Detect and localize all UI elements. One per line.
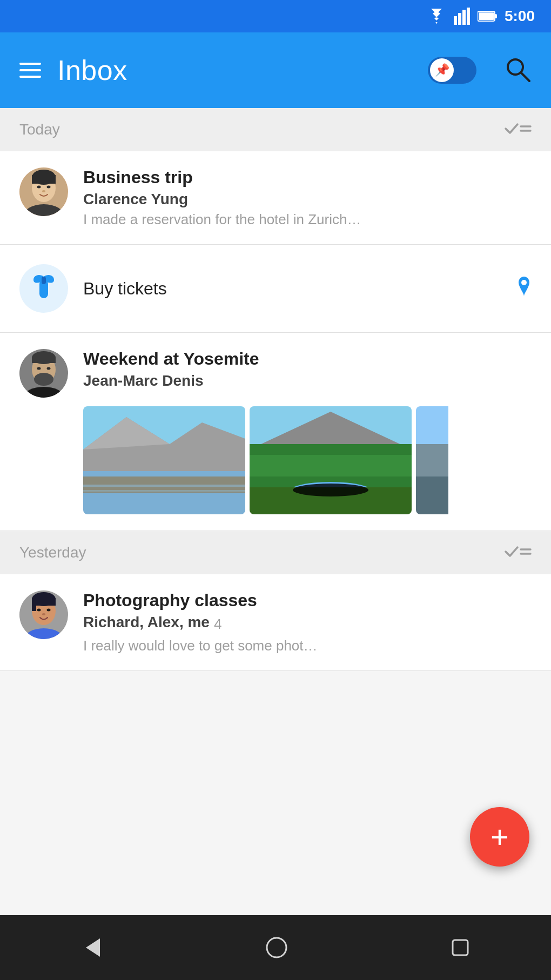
- home-button[interactable]: [265, 936, 288, 959]
- svg-rect-3: [467, 8, 470, 25]
- svg-point-28: [47, 367, 51, 370]
- pin-icon: 📌: [435, 63, 449, 77]
- svg-rect-0: [454, 16, 457, 25]
- email-content-yosemite: Weekend at Yosemite Jean-Marc Denis: [83, 349, 532, 393]
- avatar-jean-marc: [19, 349, 68, 398]
- today-section-header: Today: [0, 108, 551, 151]
- pin-toggle[interactable]: 📌: [428, 57, 476, 84]
- photo-partial: [416, 406, 448, 514]
- email-content-business-trip: Business trip Clarence Yung I made a res…: [83, 167, 532, 228]
- reminder-text: Buy tickets: [83, 279, 508, 299]
- email-preview-photography: I really would love to get some phot…: [83, 637, 532, 654]
- svg-point-26: [34, 373, 53, 386]
- email-content-photography: Photography classes Richard, Alex, me 4 …: [83, 590, 532, 654]
- status-bar: 5:00: [0, 0, 551, 32]
- svg-rect-35: [83, 485, 245, 487]
- email-item-photography[interactable]: Photography classes Richard, Alex, me 4 …: [0, 574, 551, 671]
- mark-yesterday-done[interactable]: [503, 542, 532, 563]
- email-sender-photography: Richard, Alex, me: [83, 614, 210, 631]
- today-label: Today: [19, 121, 60, 138]
- reminder-icon: [19, 264, 68, 313]
- photo-strip: [83, 406, 448, 514]
- email-subject: Business trip: [83, 167, 532, 187]
- svg-point-59: [267, 938, 286, 957]
- svg-rect-14: [32, 175, 56, 184]
- email-item-business-trip[interactable]: Business trip Clarence Yung I made a res…: [0, 151, 551, 245]
- compose-fab[interactable]: +: [470, 807, 529, 867]
- svg-rect-60: [453, 940, 468, 955]
- svg-point-16: [47, 186, 51, 189]
- svg-rect-2: [462, 10, 466, 25]
- svg-rect-36: [83, 490, 245, 492]
- toggle-track: 📌: [428, 57, 476, 84]
- sender-row-photography: Richard, Alex, me 4: [83, 614, 532, 634]
- svg-rect-20: [42, 277, 46, 284]
- app-bar: Inbox 📌: [0, 32, 551, 108]
- svg-rect-1: [458, 13, 461, 25]
- email-preview: I made a reservation for the hotel in Zu…: [83, 211, 532, 228]
- wifi-icon: [427, 9, 446, 24]
- yesterday-label: Yesterday: [19, 544, 86, 561]
- nav-bar: [0, 915, 551, 980]
- svg-point-21: [521, 280, 527, 285]
- email-sender: Clarence Yung: [83, 191, 532, 208]
- svg-rect-25: [32, 357, 56, 363]
- svg-rect-5: [479, 12, 494, 20]
- toggle-thumb: 📌: [430, 58, 454, 82]
- email-sender-yosemite: Jean-Marc Denis: [83, 372, 532, 390]
- avatar-richard: [19, 590, 68, 639]
- app-title: Inbox: [57, 54, 412, 86]
- pin-indicator-buy-tickets: [516, 277, 532, 300]
- reminder-item-buy-tickets[interactable]: Buy tickets: [0, 245, 551, 333]
- search-button[interactable]: [503, 55, 532, 85]
- svg-marker-58: [86, 938, 100, 957]
- svg-point-54: [37, 609, 41, 612]
- email-subject-photography: Photography classes: [83, 590, 532, 610]
- svg-point-43: [293, 484, 368, 496]
- status-time: 5:00: [505, 8, 535, 25]
- battery-icon: [478, 10, 497, 23]
- svg-point-55: [47, 609, 51, 612]
- compose-icon: +: [490, 821, 509, 853]
- svg-point-56: [42, 613, 45, 615]
- signal-icon: [454, 8, 470, 25]
- photo-forest: [250, 406, 412, 514]
- svg-point-15: [37, 186, 41, 189]
- svg-point-17: [42, 190, 45, 192]
- sender-count-photography: 4: [214, 616, 221, 633]
- avatar-clarence: [19, 167, 68, 216]
- svg-line-8: [521, 72, 529, 81]
- yesterday-section-header: Yesterday: [0, 531, 551, 574]
- email-subject-yosemite: Weekend at Yosemite: [83, 349, 532, 369]
- svg-rect-40: [250, 455, 412, 476]
- email-item-yosemite[interactable]: Weekend at Yosemite Jean-Marc Denis: [0, 333, 551, 531]
- photo-lake: [83, 406, 245, 514]
- menu-icon[interactable]: [19, 63, 41, 78]
- svg-point-27: [37, 367, 41, 370]
- svg-rect-6: [495, 14, 497, 18]
- status-icons: 5:00: [427, 8, 535, 25]
- svg-rect-44: [416, 406, 448, 444]
- svg-rect-45: [416, 444, 448, 476]
- back-button[interactable]: [80, 936, 103, 959]
- mark-today-done[interactable]: [503, 119, 532, 140]
- search-icon: [503, 55, 532, 83]
- recents-button[interactable]: [450, 937, 471, 958]
- svg-rect-53: [32, 600, 36, 611]
- svg-rect-46: [416, 476, 448, 514]
